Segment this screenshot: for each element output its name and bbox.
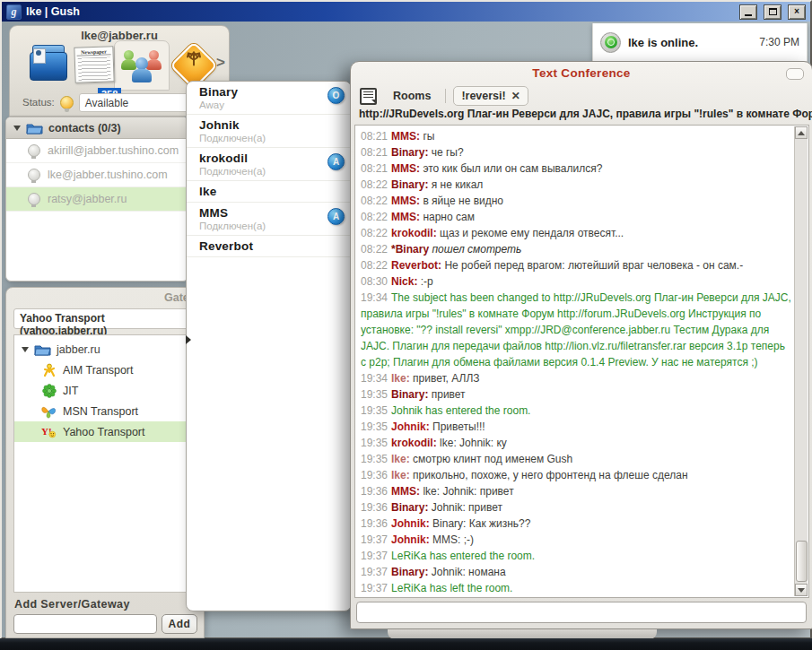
gateway-row[interactable]: Y! Yahoo Transport: [14, 421, 197, 442]
conference-titlebar[interactable]: Text Conference: [351, 62, 812, 84]
message-nick: krokodil:: [391, 437, 437, 449]
offline-bulb-icon: [28, 169, 40, 181]
minimize-button[interactable]: [739, 4, 757, 20]
chat-message: 19:37Binary: Johnik: номана: [361, 564, 793, 580]
roster-item[interactable]: krokodil Подключен(а) A: [187, 148, 351, 181]
chat-scrollbar[interactable]: [794, 126, 808, 596]
message-nick: lke:: [391, 453, 410, 465]
collapse-arrow-icon: [13, 126, 21, 131]
message-nick: MMS:: [391, 485, 420, 498]
tab-separator: [445, 89, 446, 103]
roster-panel: Binary Away O Johnik Подключен(а) krokod…: [186, 81, 352, 611]
contact-row[interactable]: ratsy@jabber.ru: [6, 187, 188, 212]
folder-icon: [26, 122, 43, 134]
status-label: Status:: [22, 97, 55, 108]
client-badge-icon: O: [327, 87, 345, 104]
chat-message: 19:35Johnik has entered the room.: [361, 403, 793, 419]
rooms-list-icon[interactable]: [360, 88, 377, 105]
chat-message: 19:36lke: прикольно, похоже, у него фрон…: [361, 467, 793, 483]
gateway-select[interactable]: Yahoo Transport (yahoo.jabber.ru): [13, 308, 198, 329]
tree-root-jabber-ru[interactable]: jabber.ru: [14, 340, 197, 360]
maximize-button[interactable]: [764, 4, 781, 20]
gateway-tree: jabber.ru AIM Transport JIT MSN Transpor…: [13, 334, 198, 593]
roster-status: Подключен(а): [199, 133, 351, 143]
roster-collapse-handle[interactable]: [186, 335, 191, 344]
roster-item[interactable]: Binary Away O: [187, 82, 351, 115]
status-bulb-icon[interactable]: [60, 96, 74, 109]
close-button[interactable]: ×: [788, 4, 806, 20]
chat-message: 08:22MMS: в яйце не видно: [361, 193, 793, 209]
chat-message: 08:21MMS: это кик был или он сам вывалил…: [361, 160, 793, 177]
roster-status: Подключен(а): [199, 221, 351, 231]
scroll-down-button[interactable]: [795, 584, 808, 596]
message-nick: Binary:: [391, 146, 428, 159]
chat-message: 08:22krokodil: щаз и рекоме ему пендаля …: [361, 225, 793, 241]
message-nick: Nick:: [391, 275, 417, 288]
online-status-icon: [600, 32, 621, 53]
contacts-group-label: contacts (0/3): [48, 122, 121, 134]
conference-tab[interactable]: Rooms: [386, 87, 438, 105]
window-titlebar[interactable]: g lke | Gush ×: [2, 2, 810, 22]
chat-message: 19:34lke: привет, АЛЛЗ: [361, 370, 793, 386]
folder-icon: [34, 343, 51, 356]
message-nick: krokodil:: [391, 227, 437, 239]
chat-message: 08:22Reverbot: Не робей перед врагом: лю…: [361, 257, 793, 273]
chat-message: 08:22MMS: нарно сам: [361, 209, 793, 225]
message-nick: MMS:: [391, 162, 420, 175]
message-nick: Johnik:: [391, 517, 430, 530]
roster-name: Johnik: [199, 118, 351, 132]
scroll-up-button[interactable]: [795, 126, 808, 139]
chat-message: 08:22*Binary пошел смотреть: [361, 241, 793, 257]
add-gateway-input[interactable]: [13, 614, 157, 634]
message-nick: Binary:: [391, 178, 428, 191]
contact-row[interactable]: akirill@jabber.tushino.com: [6, 139, 188, 163]
vcard-briefcase-icon[interactable]: [30, 45, 65, 82]
roster-item[interactable]: Johnik Подключен(а): [187, 115, 351, 148]
chat-message: 19:35krokodil: lke: Johnik: ку: [361, 435, 793, 451]
contacts-people-icon[interactable]: [121, 47, 164, 84]
gateway-row[interactable]: JIT: [14, 380, 197, 401]
contact-jid: ratsy@jabber.ru: [48, 193, 127, 205]
chat-log: 08:21MMS: гы08:21Binary: че гы?08:21MMS:…: [361, 126, 793, 596]
tab-close-icon[interactable]: ✕: [511, 90, 520, 102]
contact-row[interactable]: lke@jabber.tushino.com: [6, 163, 188, 187]
contacts-group-header[interactable]: contacts (0/3): [6, 117, 188, 139]
roster-item[interactable]: Reverbot: [187, 236, 351, 257]
chat-message: 08:30Nick: :-p: [361, 273, 793, 290]
message-nick: MMS:: [391, 211, 420, 223]
add-gateway-button[interactable]: Add: [162, 614, 197, 634]
gateway-label: JIT: [63, 385, 78, 397]
chat-message: 19:36MMS: lke: Johnik: привет: [361, 483, 793, 499]
conference-minimize-button[interactable]: [786, 68, 804, 80]
roster-item[interactable]: lke: [187, 181, 351, 203]
scroll-thumb[interactable]: [796, 541, 808, 582]
chat-message: 19:37LeRiKa has entered the room.: [361, 548, 793, 564]
conference-title: Text Conference: [532, 66, 630, 80]
icq-flower-icon: [41, 383, 57, 398]
news-icon[interactable]: Newspaper: [74, 46, 114, 83]
gateway-label: AIM Transport: [63, 364, 134, 377]
chat-message: 19:35Johnik: Приветы!!!: [361, 419, 793, 435]
text-conference-window: Text Conference Rooms !reversi! ✕ http:/…: [350, 61, 812, 629]
chat-log-area: 08:21MMS: гы08:21Binary: че гы?08:21MMS:…: [354, 125, 809, 598]
gateway-row[interactable]: AIM Transport: [14, 360, 197, 380]
client-badge-icon: A: [327, 153, 345, 170]
message-input[interactable]: [356, 602, 807, 623]
message-nick: Binary:: [391, 566, 428, 578]
contact-jid: lke@jabber.tushino.com: [48, 169, 168, 181]
add-gateway-label: Add Server/Gateway: [14, 598, 130, 611]
offline-bulb-icon: [28, 144, 40, 157]
conference-tab[interactable]: !reversi! ✕: [453, 86, 528, 106]
chevron-right-icon[interactable]: >: [216, 54, 225, 72]
chat-message: 19:34The subject has been changed to htt…: [361, 290, 793, 370]
notification-time: 7:30 PM: [759, 36, 799, 48]
chat-message: 19:35lke: смотрю клинт под именем Gush: [361, 451, 793, 467]
chat-message: 19:36Johnik: Binary: Как жизнь??: [361, 516, 793, 532]
gateways-panel: Gate Yahoo Transport (yahoo.jabber.ru) j…: [5, 287, 205, 638]
window-title: lke | Gush: [26, 5, 733, 18]
contacts-panel: contacts (0/3) akirill@jabber.tushino.co…: [5, 117, 188, 282]
aim-icon: [41, 362, 57, 377]
roster-item[interactable]: MMS Подключен(а) A: [187, 203, 351, 236]
gateway-row[interactable]: MSN Transport: [14, 401, 197, 421]
online-notification-popup[interactable]: lke is online. 7:30 PM: [592, 23, 808, 62]
